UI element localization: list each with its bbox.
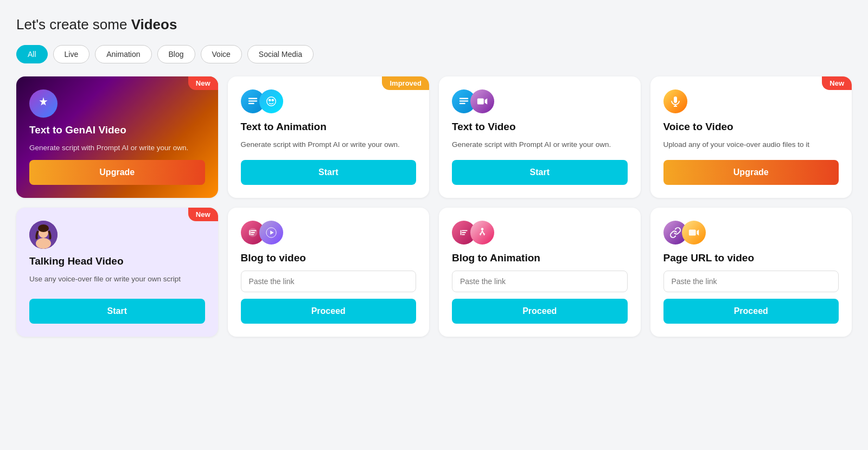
filter-bar: All Live Animation Blog Voice Social Med… bbox=[16, 45, 852, 63]
card-url-to-video: Page URL to video Proceed bbox=[650, 208, 852, 337]
text-animation-icon bbox=[241, 89, 417, 113]
filter-voice[interactable]: Voice bbox=[201, 45, 242, 63]
upgrade-button[interactable]: Upgrade bbox=[663, 160, 839, 185]
svg-point-21 bbox=[481, 228, 484, 231]
blog-animation-input[interactable] bbox=[452, 271, 628, 292]
card-desc: Generate script with Prompt AI or write … bbox=[452, 139, 628, 153]
url-video-input[interactable] bbox=[663, 271, 839, 292]
svg-point-17 bbox=[38, 224, 49, 232]
card-desc: Use any voice-over file or write your ow… bbox=[29, 274, 205, 292]
svg-rect-8 bbox=[459, 100, 469, 101]
card-title: Talking Head Video bbox=[29, 255, 205, 267]
card-text-to-animation: Improved Text to Animation Generate scri… bbox=[228, 76, 430, 198]
voice-video-icon bbox=[663, 89, 839, 113]
text-video-icon bbox=[452, 89, 628, 113]
card-text-to-genai: New Text to GenAI Video Generate script … bbox=[16, 76, 218, 198]
badge-new: New bbox=[822, 76, 852, 90]
card-voice-to-video: New Voice to Video Upload any of your vo… bbox=[650, 76, 852, 198]
card-desc: Upload any of your voice-over audio file… bbox=[663, 139, 839, 153]
filter-all[interactable]: All bbox=[16, 45, 48, 63]
filter-live[interactable]: Live bbox=[53, 45, 90, 63]
card-title: Blog to video bbox=[241, 252, 417, 264]
card-talking-head: New Talking Head Video Use any voice-ove… bbox=[16, 208, 218, 337]
svg-point-5 bbox=[268, 99, 271, 101]
filter-blog[interactable]: Blog bbox=[157, 45, 195, 63]
svg-point-0 bbox=[42, 102, 45, 105]
card-desc: Generate script with Prompt AI or write … bbox=[29, 143, 205, 153]
card-title: Blog to Animation bbox=[452, 252, 628, 264]
card-blog-to-animation: Blog to Animation Proceed bbox=[439, 208, 641, 337]
blog-video-input[interactable] bbox=[241, 271, 417, 292]
badge-improved: Improved bbox=[382, 76, 429, 90]
svg-rect-2 bbox=[248, 100, 257, 101]
blog-animation-icon bbox=[452, 221, 628, 245]
badge-new: New bbox=[188, 208, 218, 221]
card-desc: Generate script with Prompt AI or write … bbox=[241, 139, 417, 153]
cards-grid: New Text to GenAI Video Generate script … bbox=[16, 76, 852, 337]
svg-rect-3 bbox=[248, 103, 254, 104]
card-text-to-video: Text to Video Generate script with Promp… bbox=[439, 76, 641, 198]
proceed-button[interactable]: Proceed bbox=[663, 299, 839, 324]
svg-point-16 bbox=[36, 238, 51, 249]
svg-point-4 bbox=[266, 97, 276, 106]
svg-point-6 bbox=[271, 99, 274, 101]
blog-video-icon bbox=[241, 221, 417, 245]
sparkle-icon bbox=[29, 89, 58, 118]
card-title: Text to GenAI Video bbox=[29, 124, 205, 136]
card-blog-to-video: Blog to video Proceed bbox=[228, 208, 430, 337]
card-title: Page URL to video bbox=[663, 252, 839, 264]
svg-rect-7 bbox=[459, 98, 469, 99]
start-button[interactable]: Start bbox=[241, 160, 417, 185]
proceed-button[interactable]: Proceed bbox=[241, 299, 417, 324]
svg-rect-11 bbox=[674, 97, 677, 103]
svg-marker-20 bbox=[270, 231, 273, 235]
svg-rect-1 bbox=[248, 98, 257, 99]
svg-rect-10 bbox=[477, 99, 484, 105]
svg-rect-9 bbox=[459, 103, 465, 104]
svg-rect-22 bbox=[688, 230, 695, 236]
avatar-icon bbox=[29, 221, 58, 249]
page-title: Let's create some Videos bbox=[16, 16, 852, 33]
proceed-button[interactable]: Proceed bbox=[452, 299, 628, 324]
filter-social-media[interactable]: Social Media bbox=[247, 45, 314, 63]
start-button[interactable]: Start bbox=[452, 160, 628, 185]
filter-animation[interactable]: Animation bbox=[95, 45, 151, 63]
url-video-icon bbox=[663, 221, 839, 245]
start-button[interactable]: Start bbox=[29, 299, 205, 324]
card-title: Text to Animation bbox=[241, 121, 417, 133]
card-title: Text to Video bbox=[452, 121, 628, 133]
badge-new: New bbox=[188, 76, 218, 90]
upgrade-button[interactable]: Upgrade bbox=[29, 160, 205, 185]
card-title: Voice to Video bbox=[663, 121, 839, 133]
